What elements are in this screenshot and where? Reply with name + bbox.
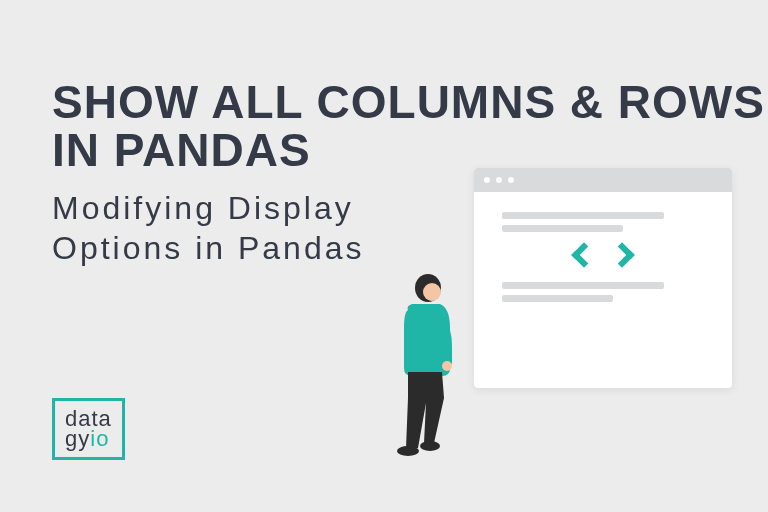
face-icon (423, 283, 441, 301)
chevron-left-icon (571, 242, 596, 267)
window-dot-icon (508, 177, 514, 183)
placeholder-line (502, 225, 623, 232)
pants-icon (406, 372, 444, 448)
person-illustration (378, 268, 468, 468)
window-dot-icon (496, 177, 502, 183)
placeholder-line (502, 282, 664, 289)
arm-icon (442, 318, 452, 366)
placeholder-line (502, 295, 613, 302)
subtitle-line-1: Modifying Display (52, 190, 354, 226)
shoe-icon (420, 441, 440, 451)
datagy-logo: data gyio (52, 398, 125, 460)
code-brackets-icon (502, 246, 704, 268)
shoe-icon (397, 446, 419, 456)
page-title: SHOW ALL COLUMNS & ROWS IN PANDAS (52, 78, 765, 175)
title-line-1: SHOW ALL COLUMNS & ROWS (52, 76, 765, 128)
browser-illustration (474, 168, 732, 388)
browser-content (474, 192, 732, 328)
window-dot-icon (484, 177, 490, 183)
browser-titlebar (474, 168, 732, 192)
logo-text-line-2: gyio (65, 429, 112, 449)
hand-icon (442, 361, 452, 371)
title-line-2: IN PANDAS (52, 124, 311, 176)
subtitle-line-2: Options in Pandas (52, 230, 365, 266)
chevron-right-icon (609, 242, 634, 267)
page-subtitle: Modifying Display Options in Pandas (52, 188, 365, 268)
placeholder-line (502, 212, 664, 219)
